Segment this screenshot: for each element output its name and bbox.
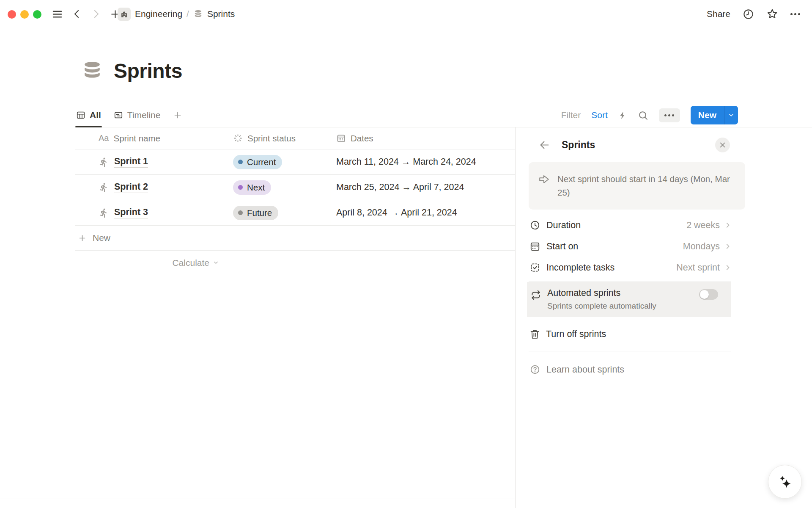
new-record-button: New [691,106,738,124]
sidebar-menu-icon[interactable] [52,8,63,20]
setting-start-on[interactable]: Start on Mondays [529,236,745,257]
column-label: Sprint name [113,133,160,144]
automated-sprints-label: Automated sprints [547,288,656,298]
calculate-button[interactable]: Calculate [75,251,226,275]
learn-label: Learn about sprints [546,364,624,375]
column-header-dates[interactable]: Dates [330,127,515,149]
date-range: April 8, 2024 → April 21, 2024 [336,207,457,218]
notice-text: Next sprint should start in 14 days (Mon… [557,172,735,199]
automated-sprints-description: Sprints complete automatically [547,301,656,311]
timeline-view-icon [114,110,123,120]
trash-icon [529,329,540,340]
turn-off-sprints-button[interactable]: Turn off sprints [529,317,745,351]
status-badge: Future [233,206,278,220]
add-view-icon[interactable] [173,110,182,120]
sprint-name-link[interactable]: Sprint 1 [114,156,148,168]
page-header: Sprints [81,59,182,83]
plus-icon [78,234,87,243]
back-chevron-icon[interactable] [72,9,82,19]
breadcrumb: Engineering / Sprints [118,0,235,28]
turn-off-label: Turn off sprints [546,329,606,340]
view-options-icon[interactable] [659,108,680,122]
sort-button[interactable]: Sort [591,110,608,120]
breadcrumb-workspace[interactable]: Engineering [135,9,182,19]
chevron-right-icon [724,264,732,271]
table-row: Sprint 2 Next March 25, 2024 → April 7, … [75,175,515,200]
close-window-button[interactable] [8,10,16,19]
status-badge: Next [233,180,271,195]
status-dot [238,210,243,215]
date-range: March 25, 2024 → April 7, 2024 [336,182,464,193]
more-options-icon[interactable] [790,13,800,15]
running-person-icon [99,208,109,218]
setting-incomplete-tasks[interactable]: Incomplete tasks Next sprint [529,257,745,278]
calculate-label: Calculate [172,258,209,268]
status-dot [238,185,243,190]
setting-duration[interactable]: Duration 2 weeks [529,215,745,236]
database-icon [193,9,203,19]
sparkles-icon [777,474,793,489]
workspace-icon[interactable] [118,8,131,21]
repeat-icon [530,290,541,311]
tab-all[interactable]: All [75,103,104,127]
sprint-name-link[interactable]: Sprint 2 [114,182,148,193]
sprint-name-link[interactable]: Sprint 3 [114,207,148,218]
new-row-button[interactable]: New [75,226,515,251]
status-label: Current [247,157,276,167]
table-row: Sprint 3 Future April 8, 2024 → April 21… [75,200,515,226]
filter-button[interactable]: Filter [561,110,581,120]
column-header-sprint-name[interactable]: Aa Sprint name [75,127,226,149]
chevron-right-icon [724,243,732,250]
nav-controls [52,0,121,28]
minimize-window-button[interactable] [20,10,29,19]
new-button-dropdown[interactable] [724,106,738,124]
setting-label: Duration [546,220,581,231]
status-dot [238,160,243,164]
clock-icon [529,220,540,231]
chevron-down-icon [728,112,735,119]
content-bottom-divider [0,499,515,499]
toggle-knob [700,290,709,299]
text-type-icon: Aa [99,133,109,143]
chevron-down-icon [213,260,219,266]
page-title: Sprints [114,59,182,83]
share-button[interactable]: Share [707,9,730,19]
breadcrumb-page[interactable]: Sprints [207,9,235,19]
setting-value: Next sprint [676,262,720,273]
date-range: March 11, 2024 → March 24, 2024 [336,157,476,167]
status-badge: Current [233,155,282,169]
table-header-row: Aa Sprint name Sprint status Dates [75,127,515,149]
ai-assistant-button[interactable] [768,465,802,499]
learn-about-sprints-link[interactable]: Learn about sprints [529,351,745,388]
lightning-icon[interactable] [618,110,627,120]
zoom-window-button[interactable] [33,10,41,19]
next-sprint-notice: Next sprint should start in 14 days (Mon… [529,162,745,210]
titlebar-actions: Share [707,0,800,28]
setting-value: Mondays [683,241,720,252]
table-view-icon [76,110,85,120]
sprint-settings: Duration 2 weeks Start on Mondays [529,215,745,278]
panel-title: Sprints [562,139,595,151]
favorite-star-icon[interactable] [766,8,778,20]
automated-sprints-toggle[interactable] [699,289,718,300]
running-person-icon [99,182,109,193]
tab-all-label: All [90,110,101,120]
panel-header: Sprints [529,127,745,162]
database-controls: Filter Sort New [561,103,738,127]
database-icon[interactable] [81,60,103,82]
column-header-sprint-status[interactable]: Sprint status [226,127,330,149]
new-button-label[interactable]: New [691,106,724,124]
calendar-icon [336,133,346,143]
view-toolbar: All Timeline Filter Sort New [75,103,812,127]
view-tabs: All Timeline [75,103,182,127]
forward-chevron-icon[interactable] [91,9,101,19]
back-arrow-icon[interactable] [539,139,550,151]
updates-clock-icon[interactable] [743,8,754,20]
automated-sprints-row[interactable]: Automated sprints Sprints complete autom… [527,282,731,317]
close-icon[interactable] [715,138,730,152]
new-row-label: New [93,233,110,243]
search-icon[interactable] [638,110,648,121]
tab-timeline[interactable]: Timeline [113,103,164,127]
status-label: Next [247,182,265,193]
window-controls [8,10,41,19]
